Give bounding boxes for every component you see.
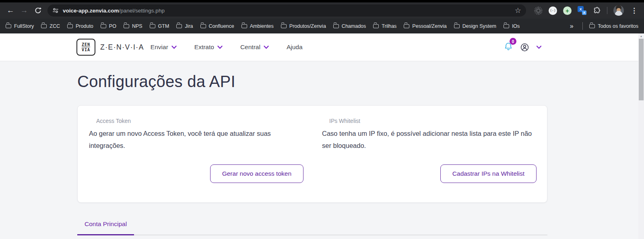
account-menu-chevron[interactable] — [536, 46, 542, 49]
back-icon[interactable]: ← — [4, 4, 17, 17]
bookmarks-overflow-icon[interactable]: » — [568, 23, 576, 30]
bookmark-star-icon[interactable]: ☆ — [515, 6, 521, 15]
bookmark-folder-nps[interactable]: NPS — [124, 23, 142, 29]
nav-item-extrato[interactable]: Extrato — [194, 44, 223, 51]
scrollbar-thumb[interactable] — [639, 39, 644, 100]
folder-icon — [6, 24, 11, 28]
bookmark-folder-jira[interactable]: Jira — [176, 23, 193, 29]
notifications-button[interactable]: 0 — [504, 42, 513, 53]
bookmark-folder-ios[interactable]: IOs — [504, 23, 520, 29]
zenvia-wordmark: Z·E·N·V·I·A — [100, 43, 144, 52]
bookmarks-separator — [582, 22, 583, 30]
folder-icon — [404, 24, 409, 28]
folder-icon — [454, 24, 460, 28]
nav-label: Ajuda — [287, 44, 303, 51]
folder-icon — [504, 24, 509, 28]
bookmark-label: Trilhas — [382, 23, 396, 29]
url-domain: voice-app.zenvia.com — [63, 8, 119, 14]
bookmark-folder-trilhas[interactable]: Trilhas — [373, 23, 396, 29]
bookmark-label: IOs — [512, 23, 520, 29]
all-bookmarks-button[interactable]: Todos os favoritos — [589, 23, 638, 29]
browser-menu-icon[interactable]: ⋮ — [630, 6, 638, 15]
bookmark-label: FullStory — [14, 23, 34, 29]
bookmark-label: Ambientes — [250, 23, 274, 29]
folder-icon — [242, 24, 247, 28]
bookmark-folder-chamados[interactable]: Chamados — [333, 23, 366, 29]
plus-extension-icon[interactable]: + — [563, 6, 572, 15]
bookmark-folder-design-system[interactable]: Design System — [454, 23, 496, 29]
bookmark-folder-pessoal-zenvia[interactable]: Pessoal/Zenvia — [404, 23, 446, 29]
zenvia-logo[interactable]: ZEN VIA — [76, 39, 95, 56]
bookmark-folder-produtos-zenvia[interactable]: Produtos/Zenvia — [281, 23, 326, 29]
bookmark-folder-ambientes[interactable]: Ambientes — [242, 23, 274, 29]
tab-conta-principal[interactable]: Conta Principal — [77, 216, 134, 235]
page-scrollbar[interactable]: ▲ — [638, 33, 644, 239]
translate-sub-glyph: A — [582, 10, 586, 15]
bookmarks-right-group: » Todos os favoritos — [568, 22, 638, 30]
folder-icon — [589, 24, 595, 28]
button-row: Gerar novo access token — [89, 164, 303, 183]
nav-item-enviar[interactable]: Enviar — [151, 44, 177, 51]
extensions-puzzle-icon[interactable] — [592, 6, 601, 15]
reload-icon[interactable] — [31, 4, 44, 17]
bookmark-label: Jira — [185, 23, 193, 29]
bookmark-label: Design System — [462, 23, 496, 29]
bookmark-folder-confluence[interactable]: Confluence — [200, 23, 234, 29]
bookmark-folder-gtm[interactable]: GTM — [150, 23, 169, 29]
logo-bottom-text: VIA — [82, 47, 90, 52]
bookmark-label: Produto — [76, 23, 93, 29]
bookmarks-bar: FullStory ZCC Produto PO NPS GTM Jira Co… — [0, 19, 644, 33]
main-navigation: Enviar Extrato Central Ajuda — [151, 44, 303, 51]
nav-item-central[interactable]: Central — [240, 44, 269, 51]
nav-label: Enviar — [151, 44, 168, 51]
site-settings-icon[interactable] — [52, 8, 59, 13]
folder-icon — [150, 24, 155, 28]
profile-avatar[interactable] — [613, 5, 624, 16]
nav-item-ajuda[interactable]: Ajuda — [287, 44, 303, 51]
user-circle-icon — [520, 43, 529, 52]
circle-extension-icon[interactable]: (-) — [549, 6, 557, 15]
folder-icon — [101, 24, 106, 28]
page-content: Configurações da API Access Token Ao ger… — [0, 61, 644, 235]
header-right-group: 0 — [504, 42, 542, 53]
all-bookmarks-label: Todos os favoritos — [598, 23, 638, 29]
sunburst-extension-icon[interactable] — [534, 6, 543, 15]
account-button[interactable] — [520, 43, 529, 52]
section-description: Caso tenha um IP fixo, é possível adicio… — [322, 128, 537, 152]
toolbar-extensions: (-) + X A ⋮ — [531, 5, 640, 16]
url-path: /panel/settings.php — [119, 8, 165, 14]
chevron-down-icon — [264, 46, 269, 49]
forward-icon: → — [18, 4, 31, 17]
bookmark-label: Chamados — [342, 23, 366, 29]
bookmark-label: PO — [109, 23, 116, 29]
browser-toolbar: ← → voice-app.zenvia.com/panel/settings.… — [0, 2, 644, 19]
bookmark-folder-fullstory[interactable]: FullStory — [6, 23, 34, 29]
reload-glyph — [34, 7, 42, 15]
bookmark-folder-zcc[interactable]: ZCC — [41, 23, 60, 29]
folder-icon — [200, 24, 206, 28]
nav-label: Extrato — [194, 44, 214, 51]
bookmark-label: Confluence — [209, 23, 234, 29]
url-bar[interactable]: voice-app.zenvia.com/panel/settings.php … — [47, 4, 526, 17]
folder-icon — [176, 24, 182, 28]
folder-icon — [124, 24, 129, 28]
chevron-down-icon — [536, 46, 542, 49]
bookmark-label: NPS — [132, 23, 142, 29]
chevron-down-icon — [171, 46, 177, 49]
scrollbar-up-arrow[interactable]: ▲ — [638, 33, 644, 37]
account-tabs: Conta Principal — [77, 216, 547, 235]
bookmark-folder-po[interactable]: PO — [101, 23, 116, 29]
bookmark-label: Pessoal/Zenvia — [412, 23, 446, 29]
section-label: Access Token — [96, 118, 303, 124]
generate-access-token-button[interactable]: Gerar novo access token — [210, 164, 303, 183]
app-header: ZEN VIA Z·E·N·V·I·A Enviar Extrato Centr… — [0, 33, 644, 61]
bookmark-label: ZCC — [50, 23, 60, 29]
folder-icon — [373, 24, 379, 28]
section-description: Ao gerar um novo Access Token, você terá… — [89, 128, 303, 152]
translate-icon[interactable]: X A — [578, 6, 586, 15]
logo-top-text: ZEN — [82, 42, 90, 47]
ips-whitelist-section: IPs Whitelist Caso tenha um IP fixo, é p… — [322, 118, 537, 189]
page-title: Configurações da API — [77, 73, 644, 91]
bookmark-folder-produto[interactable]: Produto — [67, 23, 93, 29]
register-ips-whitelist-button[interactable]: Cadastrar IPs na Whitelist — [440, 164, 537, 183]
